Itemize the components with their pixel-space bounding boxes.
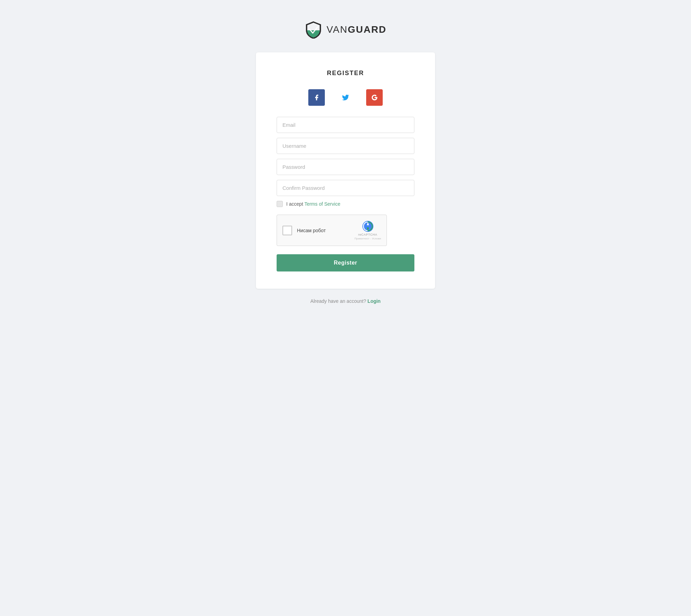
captcha-text: Нисам робот <box>297 228 326 233</box>
confirm-password-input[interactable] <box>277 180 414 196</box>
captcha-left: Нисам робот <box>282 226 326 235</box>
logo-guard: GUARD <box>348 24 386 35</box>
recaptcha-icon <box>362 220 374 232</box>
captcha-right: reCAPTCHA Приватност - Услови <box>354 220 381 240</box>
google-icon: + <box>371 94 378 101</box>
google-button[interactable]: + <box>366 89 383 106</box>
recaptcha-label: reCAPTCHA <box>358 233 378 236</box>
email-input[interactable] <box>277 117 414 133</box>
facebook-icon <box>313 94 320 101</box>
terms-of-service-link[interactable]: Terms of Service <box>305 201 340 207</box>
social-buttons-row: + <box>277 89 414 106</box>
terms-text: I accept <box>286 201 305 207</box>
logo: VANGUARD <box>305 21 386 39</box>
twitter-button[interactable] <box>337 89 354 106</box>
terms-checkbox[interactable] <box>277 201 283 207</box>
svg-text:+: + <box>375 95 377 97</box>
recaptcha-widget[interactable]: Нисам робот reCAPTCHA Приватност - Услов… <box>277 215 387 246</box>
username-input[interactable] <box>277 138 414 154</box>
username-group <box>277 138 414 154</box>
vanguard-logo-icon <box>305 21 322 39</box>
password-group <box>277 159 414 175</box>
terms-row: I accept Terms of Service <box>277 201 414 207</box>
register-title: REGISTER <box>277 70 414 77</box>
logo-van: VAN <box>327 24 348 35</box>
email-group <box>277 117 414 133</box>
captcha-checkbox[interactable] <box>282 226 292 235</box>
password-input[interactable] <box>277 159 414 175</box>
login-prompt-row: Already have an account? Login <box>310 298 381 304</box>
login-prompt-text: Already have an account? <box>310 298 366 304</box>
recaptcha-sub: Приватност - Услови <box>354 237 381 240</box>
login-link[interactable]: Login <box>368 298 381 304</box>
confirm-password-group <box>277 180 414 196</box>
facebook-button[interactable] <box>308 89 325 106</box>
terms-label: I accept Terms of Service <box>286 201 340 207</box>
register-button[interactable]: Register <box>277 254 414 271</box>
register-card: REGISTER + <box>256 52 435 289</box>
twitter-icon <box>342 94 349 101</box>
logo-text: VANGUARD <box>327 24 386 35</box>
